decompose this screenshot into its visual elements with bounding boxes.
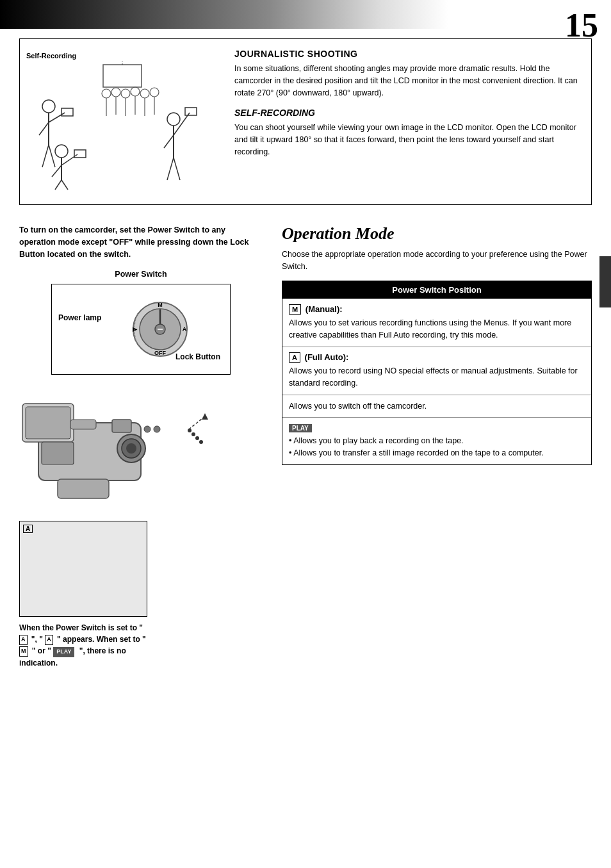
fullauto-icon: A	[289, 352, 300, 363]
fullauto-text: Allows you to record using NO special ef…	[289, 365, 585, 389]
table-row-play: PLAY • Allows you to play back a recordi…	[282, 417, 591, 464]
svg-point-20	[55, 145, 68, 158]
svg-rect-52	[70, 420, 96, 429]
svg-line-22	[52, 165, 61, 177]
svg-rect-24	[74, 150, 86, 158]
svg-point-60	[195, 436, 199, 440]
table-row-fullauto: A (Full Auto): Allows you to record usin…	[282, 347, 591, 395]
fullauto-title: A (Full Auto):	[289, 352, 585, 363]
svg-text:OFF: OFF	[154, 350, 166, 356]
svg-rect-31	[185, 108, 197, 115]
lock-button-label: Lock Button	[175, 352, 220, 361]
operation-mode-desc: Choose the appropriate operation mode ac…	[282, 249, 592, 273]
svg-text:A: A	[183, 326, 187, 332]
self-recording-text: You can shoot yourself while viewing you…	[234, 122, 582, 158]
svg-point-3	[121, 89, 130, 98]
caption-icon-a2: A	[45, 635, 53, 645]
svg-point-54	[144, 426, 151, 432]
bottom-section: A When the Power Switch is set to " A ",…	[19, 521, 592, 669]
page-number: 15	[565, 6, 598, 44]
camcorder-svg	[19, 384, 243, 506]
svg-point-6	[150, 88, 159, 97]
svg-line-30	[174, 113, 190, 135]
power-lamp-label: Power lamp	[58, 313, 101, 322]
svg-rect-46	[26, 407, 70, 439]
off-text: Allows you to switch off the camcorder.	[289, 400, 585, 413]
switch-diagram: Power lamp Lock Button M A OFF ▶	[51, 284, 231, 375]
top-illustration: Self-Recording	[26, 45, 218, 198]
svg-line-23	[61, 154, 77, 165]
fullauto-label: (Full Auto):	[305, 352, 349, 362]
svg-point-59	[191, 432, 195, 436]
svg-marker-57	[202, 413, 208, 420]
journalistic-text: In some situations, different shooting a…	[234, 63, 582, 99]
bottom-left: A When the Power Switch is set to " A ",…	[19, 521, 160, 669]
svg-line-29	[164, 135, 174, 148]
svg-line-32	[167, 158, 174, 180]
left-column: To turn on the camcorder, set the Power …	[19, 224, 263, 508]
power-switch-table: Power Switch Position M (Manual): Allows…	[282, 281, 592, 465]
manual-text: Allows you to set various recording func…	[289, 317, 585, 341]
svg-point-49	[126, 443, 136, 454]
journalistic-illustration	[26, 61, 212, 196]
svg-point-4	[131, 87, 140, 96]
camcorder-illustration	[19, 384, 263, 508]
svg-text:M: M	[158, 302, 163, 308]
play-text: • Allows you to play back a recording on…	[289, 435, 585, 459]
play-icon: PLAY	[289, 424, 312, 432]
svg-point-58	[188, 429, 191, 432]
power-switch-label: Power Switch	[19, 270, 263, 279]
caption-play: PLAY	[53, 647, 74, 657]
svg-line-25	[55, 180, 61, 190]
svg-rect-50	[58, 479, 109, 498]
svg-rect-17	[61, 108, 73, 116]
lcd-preview-box: A	[19, 521, 147, 617]
svg-point-5	[140, 89, 149, 98]
operation-mode-title: Operation Mode	[282, 224, 592, 243]
svg-line-19	[49, 145, 55, 167]
table-row-off: Allows you to switch off the camcorder.	[282, 395, 591, 418]
manual-icon: M	[289, 304, 301, 315]
sidebar-tab	[599, 256, 611, 307]
bottom-caption: When the Power Switch is set to " A ", "…	[19, 622, 147, 669]
svg-line-15	[39, 122, 49, 135]
svg-point-55	[154, 426, 160, 432]
instruction-text: To turn on the camcorder, set the Power …	[19, 224, 263, 260]
svg-line-33	[174, 158, 180, 180]
caption-icon-a1: A	[19, 635, 28, 645]
svg-point-61	[199, 440, 203, 444]
svg-line-26	[61, 180, 68, 190]
table-header: Power Switch Position	[282, 281, 591, 299]
svg-point-2	[111, 88, 120, 97]
svg-rect-0	[103, 65, 142, 87]
manual-label: (Manual):	[306, 304, 343, 314]
table-row-manual: M (Manual): Allows you to set various re…	[282, 299, 591, 347]
self-recording-title: SELF-RECORDING	[234, 108, 582, 118]
svg-line-18	[42, 145, 49, 167]
lcd-icon: A	[23, 525, 33, 533]
right-text-block: JOURNALISTIC SHOOTING In some situations…	[231, 45, 585, 198]
manual-title: M (Manual):	[289, 304, 585, 315]
svg-line-16	[49, 113, 65, 122]
caption-icon-m: M	[19, 646, 28, 657]
svg-point-1	[102, 89, 111, 98]
svg-rect-51	[112, 420, 131, 432]
right-column: Operation Mode Choose the appropriate op…	[282, 224, 592, 508]
svg-rect-53	[42, 442, 74, 464]
top-section: Self-Recording	[19, 38, 592, 205]
middle-section: To turn on the camcorder, set the Power …	[19, 224, 592, 508]
svg-point-27	[167, 113, 180, 126]
svg-point-13	[42, 100, 55, 113]
self-recording-label: Self-Recording	[26, 52, 76, 60]
top-gradient-bar	[0, 0, 448, 29]
journalistic-title: JOURNALISTIC SHOOTING	[234, 49, 582, 59]
